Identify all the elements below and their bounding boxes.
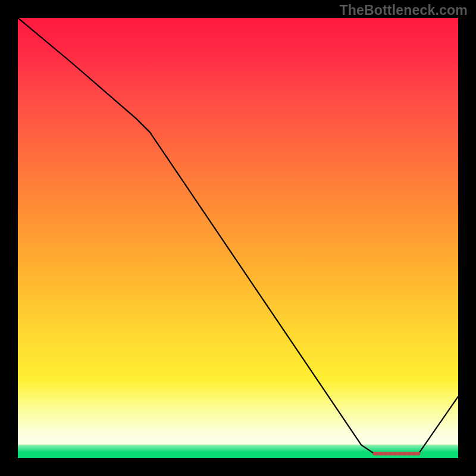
watermark-text: TheBottleneck.com [339,2,468,18]
chart-frame: TheBottleneck.com [0,0,476,476]
plot-area [18,18,458,458]
bottleneck-curve-path [18,18,458,454]
series-line-layer [18,18,458,458]
